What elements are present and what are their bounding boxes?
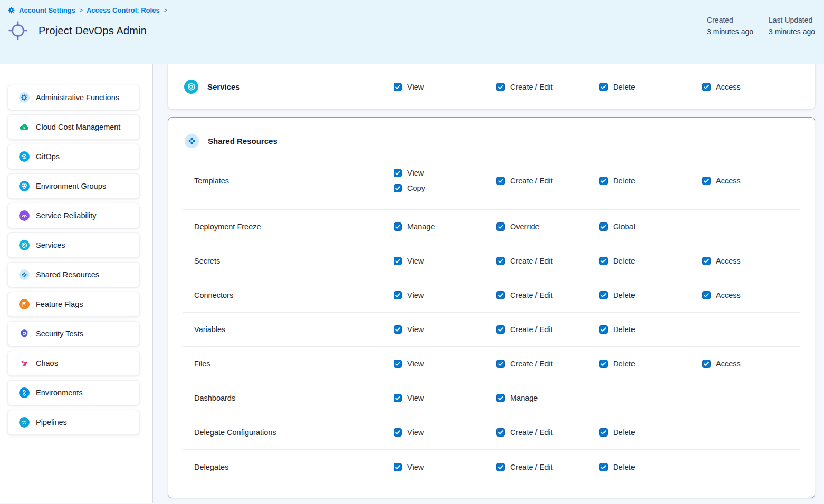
checkbox-checked-icon[interactable] — [599, 428, 608, 437]
sidebar-item-services[interactable]: Services — [7, 232, 140, 258]
sidebar-item-feature-flags[interactable]: Feature Flags — [7, 292, 140, 317]
permission-create-edit[interactable]: Create / Edit — [496, 83, 599, 91]
services-permissions-card: Services ViewCreate / EditDeleteAccess — [168, 64, 815, 109]
checkbox-checked-icon[interactable] — [496, 325, 505, 334]
permission-label: View — [407, 394, 424, 402]
sidebar-item-chaos[interactable]: Chaos — [7, 351, 140, 376]
checkbox-checked-icon[interactable] — [496, 394, 505, 402]
permission-create-edit[interactable]: Create / Edit — [496, 325, 599, 334]
checkbox-checked-icon[interactable] — [599, 222, 608, 231]
permission-delete[interactable]: Delete — [599, 463, 702, 471]
resource-category-sidebar: Administrative Functions$Cloud Cost Mana… — [0, 64, 153, 503]
checkbox-checked-icon[interactable] — [702, 83, 711, 91]
permission-global[interactable]: Global — [599, 222, 702, 231]
checkbox-checked-icon[interactable] — [702, 257, 711, 265]
checkbox-checked-icon[interactable] — [394, 169, 402, 177]
permission-access[interactable]: Access — [702, 257, 800, 265]
permission-view[interactable]: View — [394, 291, 496, 299]
permission-delete[interactable]: Delete — [599, 325, 702, 334]
created-label: Created — [707, 14, 753, 26]
permission-label: Create / Edit — [510, 177, 553, 185]
permission-delete[interactable]: Delete — [599, 177, 702, 185]
sidebar-item-shared-resources[interactable]: Shared Resources — [7, 262, 140, 287]
sidebar-item-cloud-cost-management[interactable]: $Cloud Cost Management — [7, 114, 140, 140]
permission-manage[interactable]: Manage — [496, 394, 599, 402]
checkbox-checked-icon[interactable] — [496, 360, 505, 368]
permission-delete[interactable]: Delete — [599, 360, 702, 368]
checkbox-checked-icon[interactable] — [599, 257, 608, 265]
breadcrumb-account-settings[interactable]: Account Settings — [19, 6, 75, 14]
checkbox-checked-icon[interactable] — [394, 394, 402, 402]
permission-view[interactable]: View — [394, 83, 496, 91]
checkbox-checked-icon[interactable] — [496, 428, 505, 437]
breadcrumb-access-control-roles[interactable]: Access Control: Roles — [87, 6, 160, 14]
checkbox-checked-icon[interactable] — [394, 463, 402, 471]
breadcrumb-separator: > — [164, 7, 167, 14]
sidebar-item-environment-groups[interactable]: Environment Groups — [7, 173, 140, 199]
permission-manage[interactable]: Manage — [394, 222, 496, 231]
permission-delete[interactable]: Delete — [599, 257, 702, 265]
permission-view[interactable]: View — [394, 257, 496, 265]
sidebar-item-administrative-functions[interactable]: Administrative Functions — [7, 85, 140, 110]
permission-view[interactable]: View — [394, 428, 496, 437]
checkbox-checked-icon[interactable] — [702, 177, 711, 185]
checkbox-checked-icon[interactable] — [599, 291, 608, 299]
permission-delete[interactable]: Delete — [599, 291, 702, 299]
sidebar-item-pipelines[interactable]: Pipelines — [7, 410, 140, 435]
checkbox-checked-icon[interactable] — [394, 428, 402, 437]
sidebar-item-service-reliability[interactable]: Service Reliability — [7, 203, 140, 228]
permission-access[interactable]: Access — [702, 360, 800, 368]
permission-column: Global — [599, 222, 702, 231]
checkbox-checked-icon[interactable] — [394, 360, 402, 368]
checkbox-checked-icon[interactable] — [394, 222, 402, 231]
permission-label: View — [407, 291, 424, 299]
checkbox-checked-icon[interactable] — [599, 463, 608, 471]
checkbox-checked-icon[interactable] — [496, 177, 505, 185]
checkbox-checked-icon[interactable] — [702, 360, 711, 368]
permission-create-edit[interactable]: Create / Edit — [496, 463, 599, 471]
permission-create-edit[interactable]: Create / Edit — [496, 177, 599, 185]
permission-delete[interactable]: Delete — [599, 83, 702, 91]
permission-access[interactable]: Access — [702, 83, 805, 91]
permission-view[interactable]: View — [394, 169, 496, 177]
checkbox-checked-icon[interactable] — [394, 257, 402, 265]
permission-label: Delete — [613, 291, 635, 299]
checkbox-checked-icon[interactable] — [496, 83, 505, 91]
permission-copy[interactable]: Copy — [394, 184, 496, 192]
permission-view[interactable]: View — [394, 463, 496, 471]
permission-create-edit[interactable]: Create / Edit — [496, 428, 599, 437]
checkbox-checked-icon[interactable] — [599, 325, 608, 334]
sidebar-item-security-tests[interactable]: Security Tests — [7, 321, 140, 346]
sidebar-item-label: Services — [36, 241, 65, 249]
checkbox-checked-icon[interactable] — [394, 291, 402, 299]
sidebar-item-gitops[interactable]: GitOps — [7, 144, 140, 169]
permission-view[interactable]: View — [394, 325, 496, 334]
checkbox-checked-icon[interactable] — [702, 291, 711, 299]
checkbox-checked-icon[interactable] — [394, 83, 402, 91]
permission-create-edit[interactable]: Create / Edit — [496, 360, 599, 368]
permission-delete[interactable]: Delete — [599, 428, 702, 437]
checkbox-checked-icon[interactable] — [496, 222, 505, 231]
permission-access[interactable]: Access — [702, 177, 800, 185]
checkbox-checked-icon[interactable] — [599, 177, 608, 185]
checkbox-checked-icon[interactable] — [599, 83, 608, 91]
sidebar-item-label: Pipelines — [36, 418, 67, 427]
checkbox-checked-icon[interactable] — [599, 360, 608, 368]
permission-row-connectors: ConnectorsViewCreate / EditDeleteAccess — [183, 278, 800, 313]
permission-override[interactable]: Override — [496, 222, 599, 231]
permission-create-edit[interactable]: Create / Edit — [496, 257, 599, 265]
checkbox-checked-icon[interactable] — [394, 325, 402, 334]
sidebar-item-environments[interactable]: Environments — [7, 380, 140, 405]
permission-create-edit[interactable]: Create / Edit — [496, 291, 599, 299]
checkbox-checked-icon[interactable] — [496, 463, 505, 471]
permission-column: View — [394, 291, 496, 299]
checkbox-checked-icon[interactable] — [496, 291, 505, 299]
permission-view[interactable]: View — [394, 394, 496, 402]
checkbox-checked-icon[interactable] — [496, 257, 505, 265]
permission-label: View — [407, 169, 424, 177]
resource-label: Templates — [194, 177, 394, 185]
permission-column: Delete — [599, 428, 702, 437]
permission-view[interactable]: View — [394, 360, 496, 368]
permission-access[interactable]: Access — [702, 291, 800, 299]
checkbox-checked-icon[interactable] — [394, 184, 402, 192]
